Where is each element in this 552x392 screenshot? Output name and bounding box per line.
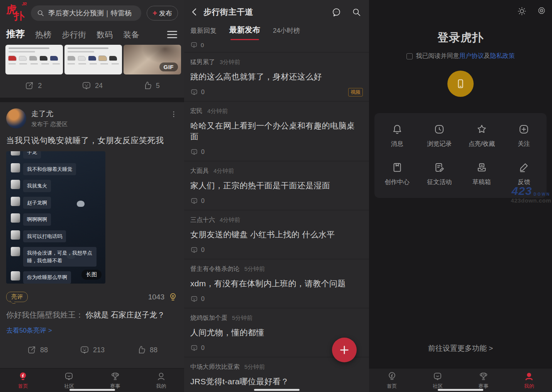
more-options-icon[interactable] [169,110,178,118]
creator-center-item[interactable]: 创作中心 [376,162,418,186]
chat-avatar [11,180,20,189]
post-time: 3分钟前 [220,59,240,66]
chat-message: 你为啥睡那么早啊 [23,271,71,284]
tab-profile[interactable]: 我的 [138,368,184,392]
favorites-item[interactable]: 点亮/收藏 [461,123,503,148]
nav-tab-street[interactable]: 步行街 [62,29,86,40]
hupu-app-screens: 虎 扑 JR + 发布 推荐 热榜 步行街 数码 装备 [0,0,552,392]
nav-tab-digital[interactable]: 数码 [97,29,113,40]
share-button[interactable]: 2 [24,81,42,91]
compose-fab[interactable] [332,338,357,362]
highlight-comment[interactable]: 你好我住隔壁我姓王： 你就是 石家庄赵子龙？ [6,309,178,320]
hamburger-menu-icon[interactable] [167,31,177,40]
like-button[interactable]: 88 [136,345,157,355]
follow-item[interactable]: 关注 [503,123,545,148]
post-author: 三点十六 [190,216,215,224]
street-board-panel: 步行街主干道 最新回复 最新发布 24小时榜 0 猛男累了3分钟前 跳的这么高也… [184,0,369,392]
agreement-checkbox[interactable] [406,53,413,59]
messages-icon[interactable] [332,7,341,17]
comment-button[interactable]: 24 [81,81,103,91]
post-time: 4分钟前 [220,216,240,224]
comment-count: 0 [201,89,205,96]
search-icon [37,9,44,17]
phone-login-button[interactable] [447,71,474,97]
back-button[interactable] [190,7,200,17]
share-button[interactable]: 88 [27,345,48,355]
search-input[interactable] [48,9,135,17]
post-time: 4分钟前 [207,108,228,115]
theme-settings-icon[interactable] [537,6,547,16]
clipped-post-meta: 0 [184,40,369,52]
street-post[interactable]: 大面具4分钟前 家人们，正宗的热干面是干面还是湿面 0 [184,161,369,210]
view-highlight-comments-link[interactable]: 去看50条亮评 > [6,326,52,335]
tab-matches[interactable]: 赛事 [461,368,506,392]
chat-message: 啊啊啊啊 [23,213,51,226]
post-time: 5分钟前 [232,314,252,322]
nav-tab-recommend[interactable]: 推荐 [6,28,25,40]
login-panel: 登录虎扑 我已阅读并同意用户协议及隐私政策 消息 浏览记录 点亮/收藏 关注 创… [369,0,552,392]
tab-latest-posts[interactable]: 最新发布 [229,25,260,40]
tab-community[interactable]: 社区 [415,368,461,392]
nav-tab-hot[interactable]: 热榜 [35,29,51,40]
search-bar[interactable] [31,5,141,21]
street-post[interactable]: 宏民4分钟前 哈哈又在网上看到一个办公桌和有趣的电脑桌面 0 [184,101,369,161]
post-thumbnail-2[interactable] [64,45,122,74]
comment-icon [190,41,198,49]
author-name[interactable]: 走了尤 [31,109,164,119]
comment-count: 0 [201,42,204,48]
avatar[interactable] [6,108,26,128]
comment-button[interactable]: 213 [80,345,105,355]
chat-avatar [11,197,20,206]
street-post[interactable]: 三点十六4分钟前 女朋友送的键盘 小红书上找的 什么水平 0 [184,210,369,259]
highlight-badge: 亮评 [6,292,28,302]
post-author: 督主有令格杀勿论 [190,265,240,273]
board-actions [332,7,361,17]
comment-count: 213 [93,346,105,354]
tab-matches[interactable]: 赛事 [92,368,138,392]
tab-community[interactable]: 社区 [46,368,92,392]
like-button[interactable]: 5 [142,81,160,91]
community-icon [432,371,443,382]
community-icon [64,371,74,382]
home-bulb-icon [18,371,28,382]
tab-home[interactable]: 首页 [0,368,46,392]
post-chat-image[interactable]: 子龙 我不和你聊着天睡觉 我就鬼火 赵子龙啊 啊啊啊啊 我可以打电话吗 我待会没… [6,151,105,284]
like-count: 88 [150,346,157,354]
highlight-count: 1043 [148,293,164,301]
more-settings-link[interactable]: 前往设置更多功能 > [369,343,552,353]
tab-24h-ranking[interactable]: 24小时榜 [273,26,300,40]
post-thumbnail-gif[interactable]: GIF [124,45,181,74]
tab-profile[interactable]: 我的 [506,368,552,392]
chat-avatar [11,271,20,280]
tab-latest-replies[interactable]: 最新回复 [190,26,217,40]
street-post[interactable]: 中场大师坎比亚索5分钟前 JRS觉得t-ara哪位最好看？ 0视频 [184,357,369,392]
star-icon [476,123,488,135]
post-title: 人间尤物，懂的都懂 [190,327,363,338]
board-header: 步行街主干道 [184,0,369,22]
share-count: 88 [40,346,48,354]
home-indicator [69,389,115,391]
history-item[interactable]: 浏览记录 [418,123,461,148]
comment-icon [190,295,198,303]
messages-item[interactable]: 消息 [376,123,418,148]
comment-icon [190,197,198,205]
feedback-item[interactable]: 反馈 [503,162,545,186]
plus-square-icon [518,123,530,135]
user-agreement-link[interactable]: 用户协议 [459,52,484,59]
tab-home[interactable]: 首页 [369,368,415,392]
privacy-policy-link[interactable]: 隐私政策 [490,52,515,59]
brightness-icon[interactable] [517,6,527,16]
post-thumbnail-1[interactable] [5,45,63,74]
chat-message: 我待会没课，可是，我想早点睡，我也睡不着 [23,247,97,267]
search-icon[interactable] [352,7,361,17]
street-post[interactable]: 督主有令格杀勿论5分钟前 xdm，有没有在体制内上班的，请教个问题 0 [184,259,369,308]
publish-button[interactable]: + 发布 [147,6,178,20]
drafts-item[interactable]: 草稿箱 [461,162,503,186]
post-title[interactable]: 当我只说句晚安就睡了，女朋友反应笑死我 [6,135,178,146]
lightbulb-icon[interactable] [168,292,178,302]
nav-tab-gear[interactable]: 装备 [123,29,139,40]
agreement-and: 及 [484,52,490,59]
post-author: 猛男累了 [190,58,215,66]
street-post[interactable]: 猛男累了3分钟前 跳的这么高也就算了，身材还这么好 0视频 [184,52,369,101]
essay-activity-item[interactable]: 征文活动 [418,162,461,186]
